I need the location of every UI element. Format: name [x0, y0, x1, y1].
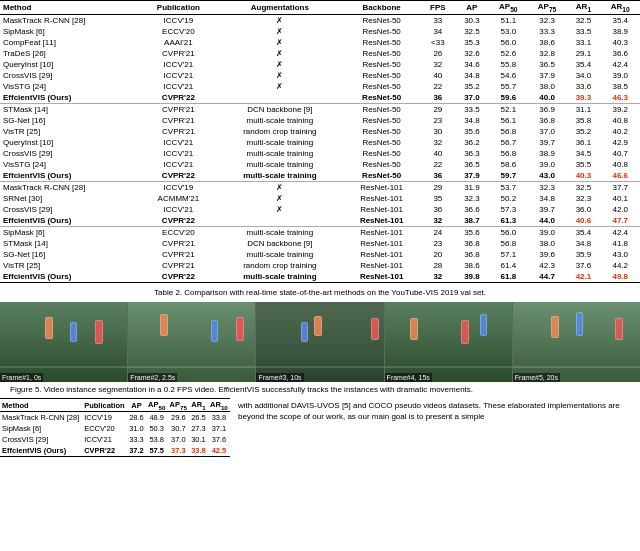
table-cell: EffcientVIS (Ours) — [0, 170, 140, 182]
bottom-section: MethodPublicationAPAP50AP75AR1AR10 MaskT… — [0, 398, 640, 458]
table-cell: 31.1 — [566, 103, 600, 115]
bottom-col-header: Method — [0, 398, 82, 412]
table-cell: multi-scale training — [217, 137, 342, 148]
table-cell: 37.6 — [566, 260, 600, 271]
bottom-table-row: MaskTrack R-CNN [28]ICCV'1928.648.929.62… — [0, 412, 230, 424]
table-cell: 33.5 — [566, 26, 600, 37]
table-cell: 53.7 — [489, 181, 528, 193]
table-cell: VisSTG [24] — [0, 159, 140, 170]
table-cell: 36.9 — [528, 103, 567, 115]
bottom-table-cell: 48.9 — [146, 412, 168, 424]
frame-label: Frame#5, 20s — [513, 373, 560, 382]
table-cell: 56.7 — [489, 137, 528, 148]
table-cell: VisTR [25] — [0, 126, 140, 137]
table-cell: 36.2 — [455, 137, 489, 148]
col-header-backbone: Backbone — [343, 1, 421, 15]
table-row: VisTR [25]CVPR'21random crop trainingRes… — [0, 126, 640, 137]
bottom-table-cell: SipMask [6] — [0, 423, 82, 434]
col-header-ap: AP — [455, 1, 489, 15]
table-cell: 61.3 — [489, 215, 528, 227]
table-row: SG-Net [16]CVPR'21multi-scale trainingRe… — [0, 115, 640, 126]
table-cell: VisTR [25] — [0, 260, 140, 271]
table-cell: 29 — [421, 181, 455, 193]
bottom-table-header: MethodPublicationAPAP50AP75AR1AR10 — [0, 398, 230, 412]
table-cell: 40.2 — [601, 126, 641, 137]
table-cell: 41.8 — [601, 238, 641, 249]
table-cell: 40.6 — [566, 215, 600, 227]
table-cell: CVPR'21 — [140, 126, 218, 137]
table-cell: ICCV'21 — [140, 81, 218, 92]
table-cell: 34.5 — [566, 148, 600, 159]
bottom-table-cell: 31.0 — [127, 423, 146, 434]
table-cell: 36 — [421, 92, 455, 104]
col-header-method: Method — [0, 1, 140, 15]
bottom-table-cell: 28.6 — [127, 412, 146, 424]
table-cell: 32.3 — [455, 193, 489, 204]
table-row: VisSTG [24]ICCV'21✗ResNet-502235.255.738… — [0, 81, 640, 92]
table-cell — [217, 92, 342, 104]
frame-label: Frame#3, 10s — [256, 373, 303, 382]
table-cell: 32.5 — [455, 26, 489, 37]
table-cell: ResNet-101 — [343, 271, 421, 283]
table-cell: 40.7 — [601, 148, 641, 159]
table-cell: 35.4 — [566, 59, 600, 70]
table-row: EffcientVIS (Ours)CVPR'22ResNet-503637.0… — [0, 92, 640, 104]
table-cell: 44.2 — [601, 260, 641, 271]
frame-2: Frame#2, 2.5s — [128, 302, 256, 382]
table-cell: 54.6 — [489, 70, 528, 81]
table-cell: ResNet-50 — [343, 70, 421, 81]
table-row: VisSTG [24]ICCV'21multi-scale trainingRe… — [0, 159, 640, 170]
table-cell: 39.6 — [528, 249, 567, 260]
table-cell: ✗ — [217, 26, 342, 37]
table-cell: 47.7 — [601, 215, 641, 227]
table-cell: DCN backbone [9] — [217, 238, 342, 249]
player-2 — [211, 320, 218, 342]
bottom-table-cell: 37.1 — [208, 423, 230, 434]
table-cell: ECCV'20 — [140, 26, 218, 37]
table-cell: SG-Net [16] — [0, 249, 140, 260]
table-row: SipMask [6]ECCV'20✗ResNet-503432.553.033… — [0, 26, 640, 37]
table-cell: 36.3 — [455, 148, 489, 159]
table-cell: CVPR'21 — [140, 103, 218, 115]
bottom-table-cell: 29.6 — [167, 412, 189, 424]
player-1 — [160, 314, 168, 336]
table-cell — [217, 215, 342, 227]
player-3 — [95, 320, 103, 344]
table-cell: 24 — [421, 226, 455, 238]
table-cell: 38.5 — [601, 81, 641, 92]
table-cell: ResNet-101 — [343, 238, 421, 249]
table-cell: 36 — [421, 204, 455, 215]
table-cell: 32.6 — [455, 48, 489, 59]
table-cell: ICCV'21 — [140, 148, 218, 159]
table-cell: multi-scale training — [217, 249, 342, 260]
bottom-table-cell: 33.8 — [189, 445, 208, 457]
table-cell: 46.6 — [601, 170, 641, 182]
col-header-fps: FPS — [421, 1, 455, 15]
table-cell: 23 — [421, 115, 455, 126]
table-cell: 40 — [421, 70, 455, 81]
table-cell: 34.0 — [566, 70, 600, 81]
table-cell: 42.0 — [601, 204, 641, 215]
player-1 — [551, 316, 559, 338]
table-cell: 31.9 — [455, 181, 489, 193]
col-header-ar10: AR10 — [601, 1, 641, 15]
table-cell: 36.8 — [528, 115, 567, 126]
table-cell: 38.6 — [528, 37, 567, 48]
frame-label: Frame#1, 0s — [0, 373, 43, 382]
player-2 — [70, 322, 77, 342]
table-cell: ICCV'19 — [140, 181, 218, 193]
table-cell: 36.6 — [455, 204, 489, 215]
table-cell: 44.0 — [528, 215, 567, 227]
table-cell: ResNet-50 — [343, 170, 421, 182]
table-cell: SRNet [30] — [0, 193, 140, 204]
table-cell: multi-scale training — [217, 226, 342, 238]
table-cell: ResNet-50 — [343, 148, 421, 159]
table-cell: 40.0 — [528, 92, 567, 104]
table-cell: ResNet-50 — [343, 126, 421, 137]
table-cell: ECCV'20 — [140, 226, 218, 238]
bottom-table-cell: 26.5 — [189, 412, 208, 424]
frame-4: Frame#4, 15s — [385, 302, 513, 382]
table-cell: 23 — [421, 238, 455, 249]
table-cell: ResNet-50 — [343, 103, 421, 115]
table-row: EffcientVIS (Ours)CVPR'22ResNet-1013238.… — [0, 215, 640, 227]
